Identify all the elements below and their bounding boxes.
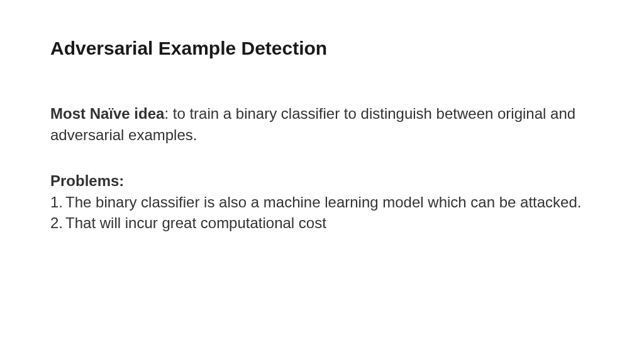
list-item: The binary classifier is also a machine … [50, 192, 594, 213]
slide-title: Adversarial Example Detection [50, 38, 594, 59]
idea-label: Most Naïve idea [50, 105, 164, 122]
problems-list: The binary classifier is also a machine … [50, 192, 594, 234]
problems-label: Problems: [50, 170, 594, 192]
idea-block: Most Naïve idea: to train a binary class… [50, 103, 594, 145]
list-item: That will incur great computational cost [50, 212, 594, 234]
slide-content: Most Naïve idea: to train a binary class… [50, 103, 594, 234]
problems-block: Problems: The binary classifier is also … [50, 170, 594, 234]
